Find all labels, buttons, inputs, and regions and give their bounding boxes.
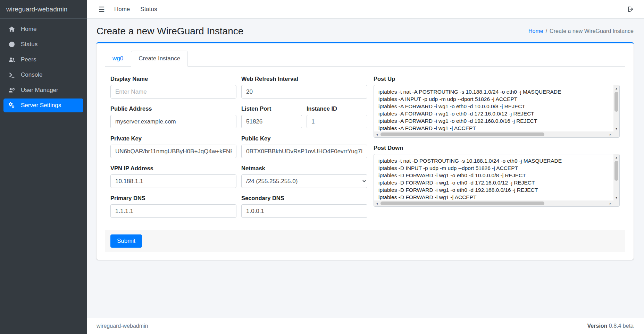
post-down-textarea[interactable]: iptables -t nat -D POSTROUTING -s 10.188… bbox=[374, 154, 619, 206]
scroll-down-icon[interactable]: ▾ bbox=[613, 195, 619, 200]
form-column-left: Display Name Public Address Private Key bbox=[110, 76, 236, 225]
field-private-key: Private Key bbox=[110, 135, 236, 158]
instance-id-label: Instance ID bbox=[307, 105, 367, 112]
user-group-gear-icon bbox=[7, 87, 16, 94]
sidebar: wireguard-webadmin Home Status Peers bbox=[0, 0, 87, 334]
secondary-dns-label: Secondary DNS bbox=[241, 195, 367, 202]
sidebar-item-label: Home bbox=[21, 26, 36, 33]
navbar-link-status[interactable]: Status bbox=[135, 5, 162, 14]
public-address-label: Public Address bbox=[110, 105, 236, 112]
post-up-textarea[interactable]: iptables -t nat -A POSTROUTING -s 10.188… bbox=[374, 85, 619, 137]
breadcrumb: Home/Create a new WireGuard Instance bbox=[528, 28, 634, 34]
content-area: Create a new WireGuard Instance Home/Cre… bbox=[87, 19, 644, 318]
scrollbar-track[interactable] bbox=[380, 200, 608, 206]
sidebar-item-label: User Manager bbox=[21, 87, 58, 94]
submit-button[interactable]: Submit bbox=[110, 234, 142, 248]
scrollbar-thumb[interactable] bbox=[614, 92, 618, 112]
gears-icon bbox=[7, 102, 16, 109]
display-name-input[interactable] bbox=[110, 85, 236, 99]
field-netmask: Netmask /24 (255.255.255.0) bbox=[241, 165, 367, 188]
footer-brand: wireguard-webadmin bbox=[97, 323, 148, 329]
terminal-icon bbox=[7, 71, 16, 78]
scroll-down-icon[interactable]: ▾ bbox=[613, 126, 619, 131]
navbar-right bbox=[625, 4, 636, 14]
web-refresh-interval-input[interactable] bbox=[241, 85, 367, 99]
primary-dns-input[interactable] bbox=[110, 204, 236, 218]
sidebar-item-server-settings[interactable]: Server Settings bbox=[3, 99, 83, 112]
private-key-input[interactable] bbox=[110, 145, 236, 158]
scroll-right-icon[interactable]: ▸ bbox=[608, 131, 613, 137]
post-up-label: Post Up bbox=[374, 76, 620, 82]
content-header: Create a new WireGuard Instance Home/Cre… bbox=[87, 19, 644, 42]
navbar-link-home[interactable]: Home bbox=[109, 5, 135, 14]
secondary-dns-input[interactable] bbox=[241, 204, 367, 218]
netmask-select[interactable]: /24 (255.255.255.0) bbox=[241, 174, 367, 188]
port-id-row: Listen Port Instance ID bbox=[241, 105, 367, 135]
scroll-right-icon[interactable]: ▸ bbox=[608, 200, 613, 206]
sidebar-item-label: Server Settings bbox=[21, 102, 61, 109]
scrollbar-thumb[interactable] bbox=[380, 202, 544, 205]
post-up-horizontal-scrollbar[interactable]: ◂ ▸ bbox=[374, 131, 613, 137]
form-column-right: Post Up iptables -t nat -A POSTROUTING -… bbox=[374, 76, 620, 225]
page-footer: wireguard-webadmin Version 0.8.4 beta bbox=[87, 318, 644, 334]
sidebar-item-label: Peers bbox=[21, 56, 36, 63]
private-key-label: Private Key bbox=[110, 135, 236, 142]
field-post-down: Post Down iptables -t nat -D POSTROUTING… bbox=[374, 145, 620, 207]
post-down-vertical-scrollbar[interactable]: ▴ ▾ bbox=[613, 154, 619, 200]
field-web-refresh-interval: Web Refresh Interval bbox=[241, 76, 367, 99]
sidebar-item-user-manager[interactable]: User Manager bbox=[3, 83, 83, 97]
scroll-left-icon[interactable]: ◂ bbox=[374, 200, 380, 206]
sidebar-item-home[interactable]: Home bbox=[3, 22, 83, 36]
public-address-input[interactable] bbox=[110, 115, 236, 128]
sidebar-item-label: Console bbox=[21, 71, 42, 78]
sidebar-brand[interactable]: wireguard-webadmin bbox=[0, 0, 87, 19]
field-primary-dns: Primary DNS bbox=[110, 195, 236, 218]
scrollbar-track[interactable] bbox=[613, 160, 619, 195]
primary-dns-label: Primary DNS bbox=[110, 195, 236, 202]
display-name-label: Display Name bbox=[110, 76, 236, 82]
footer-version-value: 0.8.4 beta bbox=[609, 323, 634, 329]
tab-create-instance[interactable]: Create Instance bbox=[131, 51, 188, 67]
sidebar-item-peers[interactable]: Peers bbox=[3, 53, 83, 67]
instance-id-input[interactable] bbox=[307, 115, 367, 128]
field-vpn-ip-address: VPN IP Address bbox=[110, 165, 236, 188]
breadcrumb-home-link[interactable]: Home bbox=[528, 28, 543, 34]
post-down-horizontal-scrollbar[interactable]: ◂ ▸ bbox=[374, 200, 613, 206]
sidebar-item-label: Status bbox=[21, 41, 37, 48]
field-display-name: Display Name bbox=[110, 76, 236, 99]
post-down-label: Post Down bbox=[374, 145, 620, 151]
home-icon bbox=[7, 26, 16, 33]
footer-version-label: Version bbox=[587, 323, 608, 329]
tab-wg0[interactable]: wg0 bbox=[105, 51, 131, 67]
instance-tabs: wg0 Create Instance bbox=[105, 51, 625, 67]
field-post-up: Post Up iptables -t nat -A POSTROUTING -… bbox=[374, 76, 620, 138]
listen-port-input[interactable] bbox=[241, 115, 302, 128]
breadcrumb-current: Create a new WireGuard Instance bbox=[550, 28, 634, 34]
scroll-up-icon[interactable]: ▴ bbox=[613, 85, 619, 91]
logout-icon[interactable] bbox=[625, 4, 636, 14]
main-column: ☰ Home Status Create a new WireGuard Ins… bbox=[87, 0, 644, 334]
footer-version: Version 0.8.4 beta bbox=[587, 323, 634, 329]
scrollbar-track[interactable] bbox=[613, 91, 619, 126]
scroll-up-icon[interactable]: ▴ bbox=[613, 154, 619, 160]
top-navbar: ☰ Home Status bbox=[87, 0, 644, 19]
post-up-textarea-wrap: iptables -t nat -A POSTROUTING -s 10.188… bbox=[374, 85, 620, 138]
scrollbar-corner bbox=[613, 200, 619, 206]
breadcrumb-separator: / bbox=[546, 28, 547, 34]
public-key-input[interactable] bbox=[241, 145, 367, 158]
form-column-middle: Web Refresh Interval Listen Port Instanc… bbox=[241, 76, 367, 225]
scrollbar-thumb[interactable] bbox=[614, 161, 618, 181]
field-listen-port: Listen Port bbox=[241, 105, 302, 128]
app-layout: wireguard-webadmin Home Status Peers bbox=[0, 0, 644, 334]
sidebar-item-status[interactable]: Status bbox=[3, 37, 83, 51]
menu-icon[interactable]: ☰ bbox=[94, 4, 109, 15]
scrollbar-thumb[interactable] bbox=[380, 132, 544, 136]
netmask-label: Netmask bbox=[241, 165, 367, 172]
vpn-ip-address-input[interactable] bbox=[110, 174, 236, 188]
post-down-textarea-wrap: iptables -t nat -D POSTROUTING -s 10.188… bbox=[374, 154, 620, 207]
scroll-left-icon[interactable]: ◂ bbox=[374, 131, 380, 137]
gauge-icon bbox=[7, 41, 16, 48]
post-up-vertical-scrollbar[interactable]: ▴ ▾ bbox=[613, 85, 619, 131]
scrollbar-track[interactable] bbox=[380, 131, 608, 137]
sidebar-item-console[interactable]: Console bbox=[3, 68, 83, 82]
